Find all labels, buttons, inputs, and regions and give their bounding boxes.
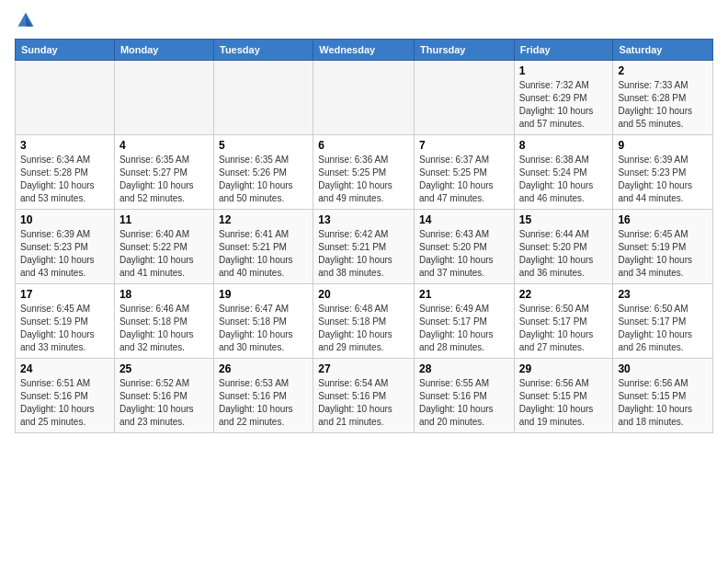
day-info: Sunrise: 6:47 AMSunset: 5:18 PMDaylight:…	[219, 303, 308, 354]
calendar-cell: 15Sunrise: 6:44 AMSunset: 5:20 PMDayligh…	[514, 210, 613, 284]
weekday-header-monday: Monday	[114, 40, 213, 61]
day-info: Sunrise: 6:56 AMSunset: 5:15 PMDaylight:…	[618, 377, 708, 429]
day-number: 13	[318, 213, 409, 226]
calendar-cell: 11Sunrise: 6:40 AMSunset: 5:22 PMDayligh…	[114, 210, 213, 284]
day-number: 29	[519, 362, 609, 375]
calendar-cell: 7Sunrise: 6:37 AMSunset: 5:25 PMDaylight…	[414, 135, 514, 210]
calendar-cell	[16, 61, 115, 135]
weekday-header-sunday: Sunday	[16, 40, 115, 61]
calendar-cell: 18Sunrise: 6:46 AMSunset: 5:18 PMDayligh…	[114, 284, 213, 359]
calendar-cell: 29Sunrise: 6:56 AMSunset: 5:15 PMDayligh…	[514, 359, 613, 433]
day-number: 9	[618, 139, 708, 152]
day-info: Sunrise: 6:45 AMSunset: 5:19 PMDaylight:…	[20, 303, 109, 354]
calendar-cell: 27Sunrise: 6:54 AMSunset: 5:16 PMDayligh…	[313, 359, 415, 433]
day-number: 26	[219, 362, 308, 375]
day-number: 4	[119, 139, 209, 152]
day-info: Sunrise: 6:41 AMSunset: 5:21 PMDaylight:…	[219, 228, 308, 280]
calendar-cell: 5Sunrise: 6:35 AMSunset: 5:26 PMDaylight…	[214, 135, 313, 210]
calendar-cell	[313, 61, 415, 135]
day-info: Sunrise: 6:37 AMSunset: 5:25 PMDaylight:…	[419, 154, 509, 205]
day-info: Sunrise: 6:38 AMSunset: 5:24 PMDaylight:…	[519, 154, 609, 205]
weekday-header-saturday: Saturday	[613, 40, 713, 61]
weekday-header-wednesday: Wednesday	[313, 40, 415, 61]
calendar-cell	[214, 61, 313, 135]
day-info: Sunrise: 6:36 AMSunset: 5:25 PMDaylight:…	[318, 154, 409, 205]
day-info: Sunrise: 6:35 AMSunset: 5:26 PMDaylight:…	[219, 154, 308, 205]
calendar-cell: 26Sunrise: 6:53 AMSunset: 5:16 PMDayligh…	[214, 359, 313, 433]
calendar-cell: 4Sunrise: 6:35 AMSunset: 5:27 PMDaylight…	[114, 135, 213, 210]
day-number: 2	[618, 64, 708, 77]
weekday-row: SundayMondayTuesdayWednesdayThursdayFrid…	[16, 40, 713, 61]
day-info: Sunrise: 6:44 AMSunset: 5:20 PMDaylight:…	[519, 228, 609, 280]
calendar-cell: 23Sunrise: 6:50 AMSunset: 5:17 PMDayligh…	[613, 284, 713, 359]
calendar-week-2: 10Sunrise: 6:39 AMSunset: 5:23 PMDayligh…	[16, 210, 713, 284]
day-info: Sunrise: 6:42 AMSunset: 5:21 PMDaylight:…	[318, 228, 409, 280]
day-info: Sunrise: 6:50 AMSunset: 5:17 PMDaylight:…	[618, 303, 708, 354]
weekday-header-thursday: Thursday	[414, 40, 514, 61]
day-info: Sunrise: 6:35 AMSunset: 5:27 PMDaylight:…	[119, 154, 209, 205]
day-number: 10	[20, 213, 109, 226]
day-number: 7	[419, 139, 509, 152]
calendar-week-0: 1Sunrise: 7:32 AMSunset: 6:29 PMDaylight…	[16, 61, 713, 135]
calendar-cell: 1Sunrise: 7:32 AMSunset: 6:29 PMDaylight…	[514, 61, 613, 135]
day-number: 28	[419, 362, 509, 375]
day-info: Sunrise: 6:48 AMSunset: 5:18 PMDaylight:…	[318, 303, 409, 354]
day-number: 16	[618, 213, 708, 226]
day-info: Sunrise: 6:55 AMSunset: 5:16 PMDaylight:…	[419, 377, 509, 429]
day-info: Sunrise: 6:56 AMSunset: 5:15 PMDaylight:…	[519, 377, 609, 429]
day-number: 22	[519, 288, 609, 301]
day-info: Sunrise: 6:51 AMSunset: 5:16 PMDaylight:…	[20, 377, 109, 429]
logo-icon	[15, 9, 37, 31]
day-number: 27	[318, 362, 409, 375]
day-number: 21	[419, 288, 509, 301]
day-number: 3	[20, 139, 109, 152]
calendar-cell: 2Sunrise: 7:33 AMSunset: 6:28 PMDaylight…	[613, 61, 713, 135]
page: SundayMondayTuesdayWednesdayThursdayFrid…	[0, 0, 728, 442]
day-number: 17	[20, 288, 109, 301]
day-number: 18	[119, 288, 209, 301]
weekday-header-friday: Friday	[514, 40, 613, 61]
calendar-cell	[114, 61, 213, 135]
calendar-cell: 28Sunrise: 6:55 AMSunset: 5:16 PMDayligh…	[414, 359, 514, 433]
day-info: Sunrise: 6:39 AMSunset: 5:23 PMDaylight:…	[20, 228, 109, 280]
day-info: Sunrise: 6:45 AMSunset: 5:19 PMDaylight:…	[618, 228, 708, 280]
day-number: 5	[219, 139, 308, 152]
day-number: 12	[219, 213, 308, 226]
day-info: Sunrise: 6:53 AMSunset: 5:16 PMDaylight:…	[219, 377, 308, 429]
calendar-cell: 6Sunrise: 6:36 AMSunset: 5:25 PMDaylight…	[313, 135, 415, 210]
day-info: Sunrise: 6:49 AMSunset: 5:17 PMDaylight:…	[419, 303, 509, 354]
calendar-cell: 13Sunrise: 6:42 AMSunset: 5:21 PMDayligh…	[313, 210, 415, 284]
day-info: Sunrise: 6:46 AMSunset: 5:18 PMDaylight:…	[119, 303, 209, 354]
day-number: 20	[318, 288, 409, 301]
day-info: Sunrise: 6:52 AMSunset: 5:16 PMDaylight:…	[119, 377, 209, 429]
day-info: Sunrise: 6:40 AMSunset: 5:22 PMDaylight:…	[119, 228, 209, 280]
calendar-cell: 8Sunrise: 6:38 AMSunset: 5:24 PMDaylight…	[514, 135, 613, 210]
calendar-week-3: 17Sunrise: 6:45 AMSunset: 5:19 PMDayligh…	[16, 284, 713, 359]
calendar-cell: 10Sunrise: 6:39 AMSunset: 5:23 PMDayligh…	[16, 210, 115, 284]
calendar-cell: 19Sunrise: 6:47 AMSunset: 5:18 PMDayligh…	[214, 284, 313, 359]
calendar-cell: 9Sunrise: 6:39 AMSunset: 5:23 PMDaylight…	[613, 135, 713, 210]
day-number: 30	[618, 362, 708, 375]
day-number: 23	[618, 288, 708, 301]
day-number: 1	[519, 64, 609, 77]
day-info: Sunrise: 6:54 AMSunset: 5:16 PMDaylight:…	[318, 377, 409, 429]
day-number: 15	[519, 213, 609, 226]
calendar: SundayMondayTuesdayWednesdayThursdayFrid…	[15, 39, 713, 433]
day-number: 6	[318, 139, 409, 152]
day-number: 25	[119, 362, 209, 375]
calendar-cell: 12Sunrise: 6:41 AMSunset: 5:21 PMDayligh…	[214, 210, 313, 284]
calendar-cell: 25Sunrise: 6:52 AMSunset: 5:16 PMDayligh…	[114, 359, 213, 433]
calendar-cell: 30Sunrise: 6:56 AMSunset: 5:15 PMDayligh…	[613, 359, 713, 433]
day-info: Sunrise: 7:33 AMSunset: 6:28 PMDaylight:…	[618, 79, 708, 131]
calendar-week-1: 3Sunrise: 6:34 AMSunset: 5:28 PMDaylight…	[16, 135, 713, 210]
day-number: 19	[219, 288, 308, 301]
day-number: 8	[519, 139, 609, 152]
day-info: Sunrise: 6:43 AMSunset: 5:20 PMDaylight:…	[419, 228, 509, 280]
calendar-cell: 20Sunrise: 6:48 AMSunset: 5:18 PMDayligh…	[313, 284, 415, 359]
calendar-cell: 16Sunrise: 6:45 AMSunset: 5:19 PMDayligh…	[613, 210, 713, 284]
day-number: 11	[119, 213, 209, 226]
day-number: 14	[419, 213, 509, 226]
calendar-week-4: 24Sunrise: 6:51 AMSunset: 5:16 PMDayligh…	[16, 359, 713, 433]
calendar-cell: 24Sunrise: 6:51 AMSunset: 5:16 PMDayligh…	[16, 359, 115, 433]
calendar-cell	[414, 61, 514, 135]
